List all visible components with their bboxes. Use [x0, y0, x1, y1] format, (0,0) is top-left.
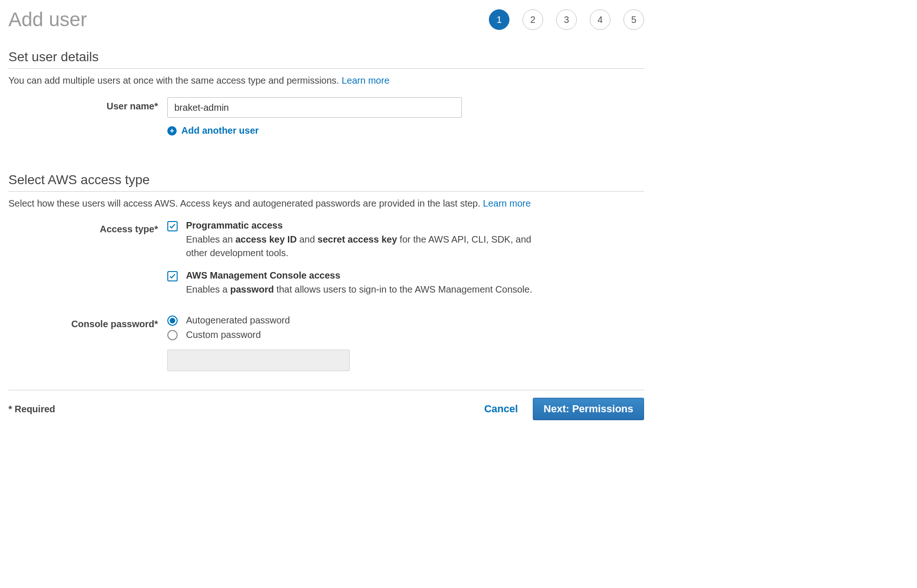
console-access-checkbox[interactable]: [167, 271, 178, 281]
programmatic-access-desc: Enables an access key ID and secret acce…: [186, 233, 551, 260]
step-5[interactable]: 5: [623, 9, 644, 30]
learn-more-link[interactable]: Learn more: [342, 75, 389, 86]
access-type-label: Access type*: [8, 220, 167, 235]
select-access-type-heading: Select AWS access type: [8, 172, 644, 192]
select-access-type-desc: Select how these users will access AWS. …: [8, 198, 644, 209]
custom-password-label: Custom password: [186, 330, 261, 340]
add-another-user-button[interactable]: + Add another user: [167, 125, 644, 136]
cancel-button[interactable]: Cancel: [484, 403, 518, 415]
step-4[interactable]: 4: [590, 9, 610, 30]
step-2[interactable]: 2: [523, 9, 543, 30]
step-indicator: 1 2 3 4 5: [489, 9, 644, 30]
console-password-label: Console password*: [8, 315, 167, 330]
console-access-desc: Enables a password that allows users to …: [186, 283, 551, 296]
learn-more-link-2[interactable]: Learn more: [483, 198, 530, 208]
step-3[interactable]: 3: [556, 9, 577, 30]
custom-password-radio[interactable]: [167, 330, 178, 340]
username-label: User name*: [8, 97, 167, 112]
page-title: Add user: [8, 8, 87, 31]
set-user-details-heading: Set user details: [8, 50, 644, 69]
required-note: * Required: [8, 404, 55, 415]
next-permissions-button[interactable]: Next: Permissions: [533, 398, 644, 420]
add-another-user-label: Add another user: [181, 125, 259, 136]
checkmark-icon: [169, 273, 176, 280]
programmatic-access-title: Programmatic access: [186, 220, 551, 231]
autogenerated-password-label: Autogenerated password: [186, 315, 290, 326]
set-user-details-desc: You can add multiple users at once with …: [8, 75, 644, 86]
plus-circle-icon: +: [167, 126, 177, 136]
programmatic-access-checkbox[interactable]: [167, 221, 178, 231]
console-access-title: AWS Management Console access: [186, 270, 551, 281]
username-input[interactable]: [167, 97, 462, 118]
autogenerated-password-radio[interactable]: [167, 316, 178, 326]
step-1[interactable]: 1: [489, 9, 509, 30]
custom-password-input: [167, 350, 350, 371]
checkmark-icon: [169, 223, 176, 229]
